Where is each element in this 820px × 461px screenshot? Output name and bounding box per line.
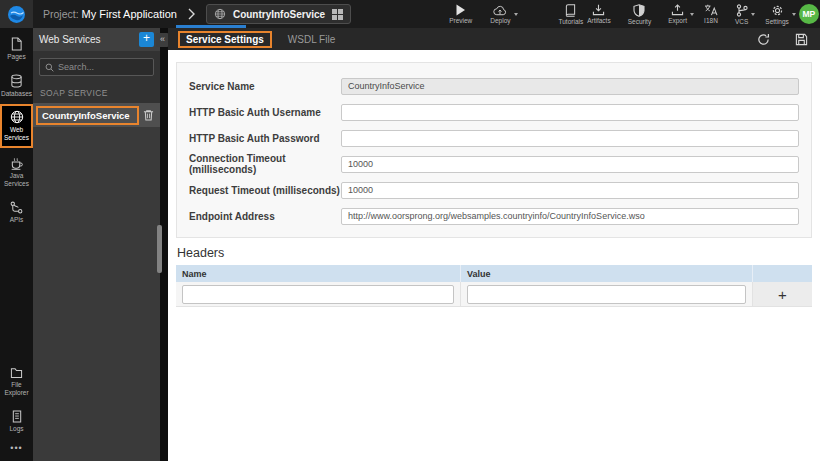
- search-icon: [45, 63, 54, 72]
- refresh-icon: [757, 33, 770, 46]
- export-button[interactable]: Export: [666, 4, 689, 24]
- search-input[interactable]: [58, 62, 148, 72]
- add-service-button[interactable]: +: [139, 32, 154, 47]
- sidebar-label-pages: Pages: [7, 53, 25, 61]
- refresh-button[interactable]: [757, 33, 770, 46]
- i18n-button[interactable]: I18N: [702, 4, 720, 24]
- app-window: Project: My First Application CountryInf…: [0, 0, 820, 461]
- play-icon: [455, 4, 466, 16]
- cloud-upload-icon: [493, 4, 507, 16]
- shield-icon: [633, 4, 645, 17]
- form-row-connection-timeout: Connection Timeout (milliseconds): [189, 151, 799, 177]
- wavemaker-logo[interactable]: [0, 0, 33, 28]
- add-header-button[interactable]: +: [753, 282, 812, 306]
- endpoint-address-field-label: Endpoint Address: [189, 211, 341, 222]
- sidebar-item-databases[interactable]: Databases: [0, 69, 33, 102]
- top-bar: Project: My First Application CountryInf…: [0, 0, 820, 28]
- preview-button[interactable]: Preview: [447, 4, 474, 24]
- sidebar-label-web-services: Web Services: [2, 126, 31, 142]
- rail-spacer: [0, 228, 33, 358]
- upload-tray-icon: [671, 4, 684, 16]
- request-timeout-input[interactable]: [341, 182, 799, 199]
- artifacts-button[interactable]: Artifacts: [585, 4, 612, 24]
- soap-service-section-label: SOAP SERVICE: [40, 88, 153, 98]
- service-settings-content: Service Name HTTP Basic Auth Username HT…: [168, 50, 820, 461]
- web-globe-icon: [10, 110, 24, 124]
- deploy-caret-icon: [514, 13, 518, 16]
- tutorials-button[interactable]: Tutorials: [557, 4, 586, 25]
- scrollbar-thumb[interactable]: [157, 225, 162, 273]
- folder-icon: [10, 367, 23, 379]
- settings-caret-icon: [792, 13, 796, 16]
- globe-icon: [214, 8, 226, 20]
- auth-password-input[interactable]: [341, 130, 799, 147]
- export-caret-icon: [690, 13, 694, 16]
- export-label: Export: [668, 17, 687, 24]
- vcs-button[interactable]: VCS: [733, 4, 750, 25]
- header-col-value: Value: [461, 265, 753, 282]
- auth-username-input[interactable]: [341, 104, 799, 121]
- service-list-empty-area: [33, 127, 160, 461]
- form-row-auth-password: HTTP Basic Auth Password: [189, 125, 799, 151]
- header-col-name: Name: [176, 265, 461, 282]
- request-timeout-field-label: Request Timeout (milliseconds): [189, 185, 341, 196]
- sidebar-label-java-services: Java Services: [0, 172, 33, 188]
- vcs-caret-icon: [751, 13, 755, 16]
- sidebar-item-apis[interactable]: APIs: [0, 196, 33, 228]
- coffee-cup-icon: [10, 157, 23, 170]
- sidebar-item-web-services[interactable]: Web Services: [0, 104, 33, 147]
- security-label: Security: [628, 18, 651, 25]
- security-button[interactable]: Security: [626, 4, 653, 25]
- headers-table: Name Value +: [176, 265, 812, 307]
- user-avatar[interactable]: MP: [799, 4, 819, 24]
- header-value-input[interactable]: [467, 285, 746, 304]
- more-options-icon[interactable]: •••: [0, 437, 33, 461]
- artifacts-label: Artifacts: [587, 17, 610, 24]
- service-search[interactable]: [39, 58, 154, 76]
- headers-table-header-row: Name Value: [176, 265, 812, 282]
- connection-timeout-input[interactable]: [341, 156, 799, 173]
- tab-service-settings[interactable]: Service Settings: [178, 31, 272, 48]
- project-name: My First Application: [82, 8, 177, 20]
- preview-label: Preview: [449, 17, 472, 24]
- settings-button[interactable]: Settings: [763, 4, 791, 25]
- tab-wsdl-file[interactable]: WSDL File: [288, 34, 335, 45]
- branch-icon: [736, 4, 748, 17]
- download-tray-icon: [592, 4, 605, 16]
- panel-gutter: «: [160, 28, 168, 461]
- headers-section-title: Headers: [177, 246, 811, 260]
- header-name-input[interactable]: [182, 285, 454, 304]
- sidebar-item-pages[interactable]: Pages: [0, 32, 33, 65]
- deploy-label: Deploy: [490, 17, 510, 24]
- sidebar-item-logs[interactable]: Logs: [0, 405, 33, 437]
- breadcrumb: Project: My First Application: [43, 8, 177, 20]
- panel-header: Web Services +: [33, 28, 160, 51]
- trash-icon[interactable]: [143, 109, 154, 121]
- sidebar-item-file-explorer[interactable]: File Explorer: [0, 362, 33, 401]
- sidebar-item-java-services[interactable]: Java Services: [0, 152, 33, 192]
- form-row-request-timeout: Request Timeout (milliseconds): [189, 177, 799, 203]
- web-services-panel: Web Services + SOAP SERVICE CountryInfoS…: [33, 28, 160, 461]
- connection-timeout-field-label: Connection Timeout (milliseconds): [189, 153, 341, 175]
- save-icon: [795, 33, 808, 46]
- vcs-label: VCS: [735, 18, 748, 25]
- service-list-item[interactable]: CountryInfoService: [33, 103, 160, 127]
- settings-label: Settings: [765, 18, 789, 25]
- sidebar-label-databases: Databases: [1, 90, 32, 98]
- service-name-label[interactable]: CountryInfoService: [36, 106, 139, 125]
- sidebar-label-logs: Logs: [9, 425, 23, 433]
- form-row-service-name: Service Name: [189, 73, 799, 99]
- deploy-button[interactable]: Deploy: [488, 4, 512, 24]
- save-button[interactable]: [795, 33, 808, 46]
- i18n-label: I18N: [704, 17, 718, 24]
- translate-icon: [704, 4, 718, 16]
- header-value-cell: [461, 282, 753, 306]
- service-tab[interactable]: CountryInfoService: [206, 4, 351, 24]
- api-connector-icon: [10, 201, 23, 214]
- grid-icon[interactable]: [332, 9, 343, 20]
- book-icon: [565, 4, 576, 17]
- service-tab-label: CountryInfoService: [233, 9, 325, 20]
- endpoint-address-input[interactable]: [341, 208, 799, 225]
- gear-icon: [771, 4, 784, 17]
- project-label: Project:: [43, 8, 79, 20]
